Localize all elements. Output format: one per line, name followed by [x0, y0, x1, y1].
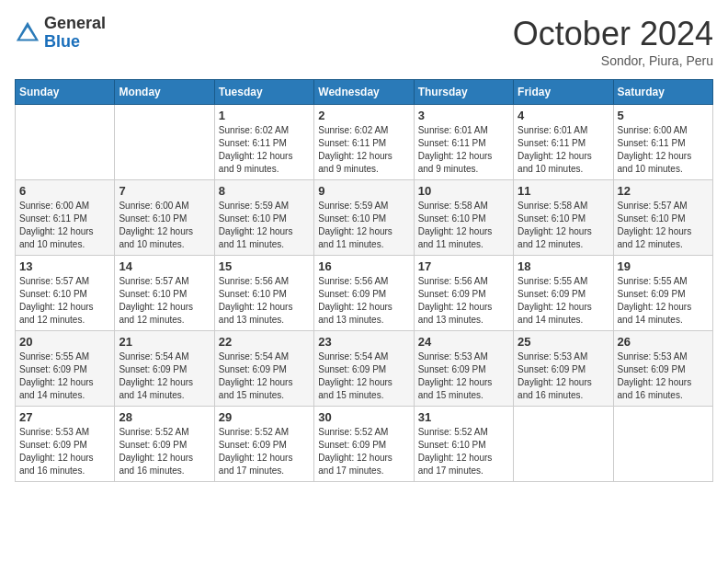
day-cell: 26Sunrise: 5:53 AMSunset: 6:09 PMDayligh…	[613, 331, 712, 407]
page-header: General Blue October 2024 Sondor, Piura,…	[15, 15, 713, 68]
day-number: 18	[518, 259, 609, 273]
day-number: 8	[219, 184, 310, 198]
day-info: Sunrise: 5:53 AMSunset: 6:09 PMDaylight:…	[618, 350, 709, 402]
day-cell: 21Sunrise: 5:54 AMSunset: 6:09 PMDayligh…	[115, 331, 214, 407]
day-cell: 6Sunrise: 6:00 AMSunset: 6:11 PMDaylight…	[16, 180, 115, 256]
day-cell: 8Sunrise: 5:59 AMSunset: 6:10 PMDaylight…	[214, 180, 313, 256]
day-cell: 11Sunrise: 5:58 AMSunset: 6:10 PMDayligh…	[514, 180, 613, 256]
day-cell: 16Sunrise: 5:56 AMSunset: 6:09 PMDayligh…	[314, 256, 414, 331]
day-number: 16	[318, 259, 409, 273]
day-cell: 5Sunrise: 6:00 AMSunset: 6:11 PMDaylight…	[613, 105, 712, 180]
day-cell	[514, 407, 613, 482]
day-info: Sunrise: 5:58 AMSunset: 6:10 PMDaylight:…	[518, 200, 609, 251]
day-cell: 12Sunrise: 5:57 AMSunset: 6:10 PMDayligh…	[613, 180, 712, 256]
day-number: 31	[418, 410, 509, 424]
week-row: 27Sunrise: 5:53 AMSunset: 6:09 PMDayligh…	[16, 407, 713, 482]
location-subtitle: Sondor, Piura, Peru	[513, 53, 713, 68]
day-info: Sunrise: 6:01 AMSunset: 6:11 PMDaylight:…	[518, 124, 609, 176]
day-number: 10	[418, 184, 509, 198]
day-number: 9	[318, 184, 409, 198]
header-row: SundayMondayTuesdayWednesdayThursdayFrid…	[16, 80, 713, 105]
day-info: Sunrise: 6:00 AMSunset: 6:11 PMDaylight:…	[618, 124, 709, 176]
week-row: 20Sunrise: 5:55 AMSunset: 6:09 PMDayligh…	[16, 331, 713, 407]
day-cell: 13Sunrise: 5:57 AMSunset: 6:10 PMDayligh…	[16, 256, 115, 331]
day-cell: 28Sunrise: 5:52 AMSunset: 6:09 PMDayligh…	[115, 407, 214, 482]
day-cell: 15Sunrise: 5:56 AMSunset: 6:10 PMDayligh…	[214, 256, 313, 331]
day-info: Sunrise: 5:56 AMSunset: 6:09 PMDaylight:…	[318, 275, 409, 327]
day-info: Sunrise: 5:57 AMSunset: 6:10 PMDaylight:…	[119, 275, 210, 327]
day-cell: 9Sunrise: 5:59 AMSunset: 6:10 PMDaylight…	[314, 180, 414, 256]
calendar-body: 1Sunrise: 6:02 AMSunset: 6:11 PMDaylight…	[16, 105, 713, 482]
day-cell: 31Sunrise: 5:52 AMSunset: 6:10 PMDayligh…	[414, 407, 513, 482]
day-info: Sunrise: 5:53 AMSunset: 6:09 PMDaylight:…	[19, 426, 110, 477]
day-cell	[613, 407, 712, 482]
day-info: Sunrise: 5:56 AMSunset: 6:09 PMDaylight:…	[418, 275, 509, 327]
day-info: Sunrise: 5:59 AMSunset: 6:10 PMDaylight:…	[318, 200, 409, 251]
title-area: October 2024 Sondor, Piura, Peru	[513, 15, 713, 68]
week-row: 6Sunrise: 6:00 AMSunset: 6:11 PMDaylight…	[16, 180, 713, 256]
day-cell: 4Sunrise: 6:01 AMSunset: 6:11 PMDaylight…	[514, 105, 613, 180]
day-cell: 30Sunrise: 5:52 AMSunset: 6:09 PMDayligh…	[314, 407, 414, 482]
day-cell: 27Sunrise: 5:53 AMSunset: 6:09 PMDayligh…	[16, 407, 115, 482]
day-info: Sunrise: 5:59 AMSunset: 6:10 PMDaylight:…	[219, 200, 310, 251]
day-number: 22	[219, 335, 310, 349]
day-number: 25	[518, 335, 609, 349]
day-info: Sunrise: 5:52 AMSunset: 6:09 PMDaylight:…	[119, 426, 210, 477]
day-number: 28	[119, 410, 210, 424]
day-info: Sunrise: 6:02 AMSunset: 6:11 PMDaylight:…	[219, 124, 310, 176]
day-number: 27	[19, 410, 110, 424]
day-info: Sunrise: 5:53 AMSunset: 6:09 PMDaylight:…	[518, 350, 609, 402]
day-cell: 20Sunrise: 5:55 AMSunset: 6:09 PMDayligh…	[16, 331, 115, 407]
day-cell: 29Sunrise: 5:52 AMSunset: 6:09 PMDayligh…	[214, 407, 313, 482]
day-cell: 14Sunrise: 5:57 AMSunset: 6:10 PMDayligh…	[115, 256, 214, 331]
day-cell: 2Sunrise: 6:02 AMSunset: 6:11 PMDaylight…	[314, 105, 414, 180]
day-cell: 19Sunrise: 5:55 AMSunset: 6:09 PMDayligh…	[613, 256, 712, 331]
day-info: Sunrise: 6:00 AMSunset: 6:10 PMDaylight:…	[119, 200, 210, 251]
calendar-table: SundayMondayTuesdayWednesdayThursdayFrid…	[15, 79, 713, 482]
header-cell-sunday: Sunday	[16, 80, 115, 105]
week-row: 1Sunrise: 6:02 AMSunset: 6:11 PMDaylight…	[16, 105, 713, 180]
day-info: Sunrise: 5:57 AMSunset: 6:10 PMDaylight:…	[19, 275, 110, 327]
week-row: 13Sunrise: 5:57 AMSunset: 6:10 PMDayligh…	[16, 256, 713, 331]
day-number: 21	[119, 335, 210, 349]
day-number: 11	[518, 184, 609, 198]
header-cell-thursday: Thursday	[414, 80, 513, 105]
day-number: 12	[618, 184, 709, 198]
day-info: Sunrise: 6:01 AMSunset: 6:11 PMDaylight:…	[418, 124, 509, 176]
day-number: 13	[19, 259, 110, 273]
day-number: 29	[219, 410, 310, 424]
day-number: 23	[318, 335, 409, 349]
logo: General Blue	[15, 15, 106, 52]
logo-blue: Blue	[44, 32, 80, 51]
day-cell: 7Sunrise: 6:00 AMSunset: 6:10 PMDaylight…	[115, 180, 214, 256]
day-cell	[16, 105, 115, 180]
day-number: 30	[318, 410, 409, 424]
day-info: Sunrise: 5:55 AMSunset: 6:09 PMDaylight:…	[518, 275, 609, 327]
day-cell: 3Sunrise: 6:01 AMSunset: 6:11 PMDaylight…	[414, 105, 513, 180]
day-info: Sunrise: 5:52 AMSunset: 6:10 PMDaylight:…	[418, 426, 509, 477]
day-info: Sunrise: 6:02 AMSunset: 6:11 PMDaylight:…	[318, 124, 409, 176]
day-number: 2	[318, 109, 409, 122]
header-cell-wednesday: Wednesday	[314, 80, 414, 105]
header-cell-saturday: Saturday	[613, 80, 712, 105]
header-cell-monday: Monday	[115, 80, 214, 105]
day-number: 15	[219, 259, 310, 273]
day-info: Sunrise: 5:55 AMSunset: 6:09 PMDaylight:…	[19, 350, 110, 402]
month-title: October 2024	[513, 15, 713, 53]
day-number: 26	[618, 335, 709, 349]
day-cell: 24Sunrise: 5:53 AMSunset: 6:09 PMDayligh…	[414, 331, 513, 407]
logo-icon	[15, 20, 40, 46]
day-info: Sunrise: 5:57 AMSunset: 6:10 PMDaylight:…	[618, 200, 709, 251]
day-number: 6	[19, 184, 110, 198]
day-number: 5	[618, 109, 709, 122]
header-cell-tuesday: Tuesday	[214, 80, 313, 105]
day-info: Sunrise: 5:56 AMSunset: 6:10 PMDaylight:…	[219, 275, 310, 327]
day-info: Sunrise: 5:53 AMSunset: 6:09 PMDaylight:…	[418, 350, 509, 402]
logo-general: General	[44, 14, 106, 32]
day-number: 19	[618, 259, 709, 273]
day-cell: 22Sunrise: 5:54 AMSunset: 6:09 PMDayligh…	[214, 331, 313, 407]
day-number: 3	[418, 109, 509, 122]
day-info: Sunrise: 5:54 AMSunset: 6:09 PMDaylight:…	[119, 350, 210, 402]
logo-text: General Blue	[44, 15, 106, 52]
day-cell: 18Sunrise: 5:55 AMSunset: 6:09 PMDayligh…	[514, 256, 613, 331]
